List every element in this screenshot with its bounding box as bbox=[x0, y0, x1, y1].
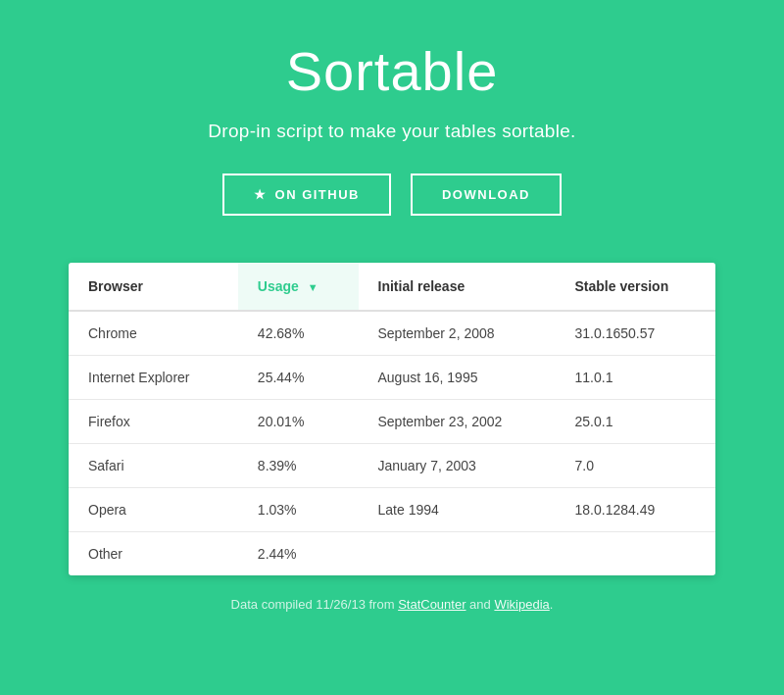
cell-stable_version bbox=[556, 532, 715, 576]
cell-usage: 20.01% bbox=[238, 400, 359, 444]
table-row: Chrome42.68%September 2, 200831.0.1650.5… bbox=[69, 311, 715, 356]
cell-usage: 1.03% bbox=[238, 488, 359, 532]
table-row: Opera1.03%Late 199418.0.1284.49 bbox=[69, 488, 715, 532]
footer-text: Data compiled 11/26/13 from StatCounter … bbox=[231, 597, 554, 612]
cell-browser: Chrome bbox=[69, 311, 238, 356]
cell-browser: Opera bbox=[69, 488, 238, 532]
star-icon: ★ bbox=[254, 187, 268, 202]
col-header-usage[interactable]: Usage ▼ bbox=[238, 263, 359, 311]
cell-usage: 42.68% bbox=[238, 311, 359, 356]
github-button-label: ON GITHUB bbox=[275, 187, 360, 202]
cell-stable_version: 18.0.1284.49 bbox=[556, 488, 715, 532]
cell-browser: Internet Explorer bbox=[69, 356, 238, 400]
table-container: Browser Usage ▼ Initial release Stable v… bbox=[69, 263, 715, 575]
cell-initial_release: August 16, 1995 bbox=[359, 356, 556, 400]
cell-initial_release: September 2, 2008 bbox=[359, 311, 556, 356]
cell-browser: Other bbox=[69, 532, 238, 576]
page-title: Sortable bbox=[286, 39, 499, 103]
cell-stable_version: 31.0.1650.57 bbox=[556, 311, 715, 356]
col-header-browser[interactable]: Browser bbox=[69, 263, 238, 311]
cell-usage: 25.44% bbox=[238, 356, 359, 400]
cell-usage: 2.44% bbox=[238, 532, 359, 576]
github-button[interactable]: ★ ON GITHUB bbox=[222, 174, 391, 216]
col-header-initial-release[interactable]: Initial release bbox=[359, 263, 556, 311]
cell-initial_release bbox=[359, 532, 556, 576]
cell-initial_release: September 23, 2002 bbox=[359, 400, 556, 444]
browser-table: Browser Usage ▼ Initial release Stable v… bbox=[69, 263, 715, 575]
cell-initial_release: January 7, 2003 bbox=[359, 444, 556, 488]
statcounter-link[interactable]: StatCounter bbox=[398, 597, 466, 612]
table-row: Other2.44% bbox=[69, 532, 715, 576]
table-row: Firefox20.01%September 23, 200225.0.1 bbox=[69, 400, 715, 444]
cell-stable_version: 25.0.1 bbox=[556, 400, 715, 444]
cell-stable_version: 11.0.1 bbox=[556, 356, 715, 400]
download-button-label: DOWNLOAD bbox=[442, 187, 530, 202]
download-button[interactable]: DOWNLOAD bbox=[411, 174, 562, 216]
wikipedia-link[interactable]: Wikipedia bbox=[494, 597, 549, 612]
table-header-row: Browser Usage ▼ Initial release Stable v… bbox=[69, 263, 715, 311]
table-row: Internet Explorer25.44%August 16, 199511… bbox=[69, 356, 715, 400]
col-header-stable-version[interactable]: Stable version bbox=[556, 263, 715, 311]
cell-browser: Firefox bbox=[69, 400, 238, 444]
cell-stable_version: 7.0 bbox=[556, 444, 715, 488]
button-row: ★ ON GITHUB DOWNLOAD bbox=[222, 174, 562, 216]
cell-usage: 8.39% bbox=[238, 444, 359, 488]
cell-initial_release: Late 1994 bbox=[359, 488, 556, 532]
sort-arrow-icon: ▼ bbox=[308, 281, 318, 293]
table-row: Safari8.39%January 7, 20037.0 bbox=[69, 444, 715, 488]
subtitle: Drop-in script to make your tables sorta… bbox=[208, 121, 575, 142]
cell-browser: Safari bbox=[69, 444, 238, 488]
